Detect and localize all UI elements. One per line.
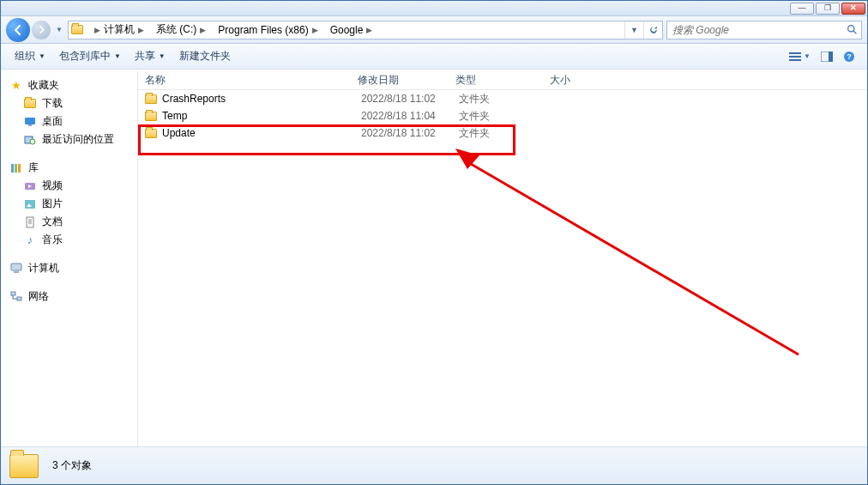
- refresh-icon: [648, 25, 659, 35]
- sidebar-item-pictures[interactable]: 图片: [1, 195, 137, 213]
- folder-icon: [9, 454, 39, 478]
- sidebar-item-music[interactable]: ♪ 音乐: [1, 231, 137, 249]
- folder-icon: [145, 112, 157, 121]
- sidebar-favorites[interactable]: ★ 收藏夹: [1, 76, 137, 94]
- column-header-name[interactable]: 名称: [138, 73, 351, 88]
- toolbar: 组织▼ 包含到库中▼ 共享▼ 新建文件夹 ▼ ?: [1, 44, 867, 70]
- sidebar-network-group: 网络: [1, 288, 137, 306]
- picture-icon: [23, 197, 37, 211]
- explorer-window: — ❐ ✕ ▼ ▶ 计算机 ▶ 系统 (C:) ▶ Program Files …: [0, 0, 868, 485]
- address-bar[interactable]: ▶ 计算机 ▶ 系统 (C:) ▶ Program Files (x86) ▶ …: [68, 21, 663, 39]
- svg-rect-20: [27, 217, 33, 227]
- sidebar-item-videos[interactable]: 视频: [1, 177, 137, 195]
- file-date: 2022/8/18 11:04: [361, 110, 459, 122]
- sidebar-item-downloads[interactable]: 下载: [1, 94, 137, 112]
- video-icon: [23, 179, 37, 193]
- include-in-library-button[interactable]: 包含到库中▼: [52, 44, 128, 69]
- annotation-arrow: [455, 149, 807, 363]
- status-count: 3 个对象: [52, 458, 92, 473]
- view-options-button[interactable]: ▼: [784, 52, 816, 62]
- chevron-down-icon: ▼: [159, 52, 166, 60]
- search-input[interactable]: [667, 21, 842, 39]
- svg-line-30: [471, 164, 799, 355]
- file-date: 2022/8/18 11:02: [361, 93, 459, 105]
- svg-line-1: [853, 31, 856, 33]
- file-type: 文件夹: [459, 126, 553, 141]
- file-date: 2022/8/18 11:02: [361, 127, 459, 139]
- svg-rect-15: [18, 164, 21, 173]
- file-row[interactable]: Temp 2022/8/18 11:04 文件夹: [138, 107, 867, 124]
- desktop-icon: [23, 115, 37, 129]
- chevron-down-icon: ▼: [804, 52, 811, 60]
- sidebar-item-desktop[interactable]: 桌面: [1, 112, 137, 130]
- column-header-size[interactable]: 大小: [543, 73, 629, 88]
- new-folder-button[interactable]: 新建文件夹: [172, 44, 238, 69]
- minimize-button[interactable]: —: [790, 3, 814, 15]
- sidebar-favorites-group: ★ 收藏夹 下载 桌面 最近访问的位置: [1, 76, 137, 149]
- address-dropdown[interactable]: ▼: [624, 21, 643, 39]
- file-type: 文件夹: [459, 109, 553, 124]
- sidebar-computer-group: 计算机: [1, 259, 137, 277]
- svg-rect-27: [17, 297, 21, 300]
- svg-rect-25: [14, 271, 19, 273]
- chevron-right-icon: ▶: [135, 26, 148, 34]
- sidebar-item-recent[interactable]: 最近访问的位置: [1, 130, 137, 149]
- sidebar-computer[interactable]: 计算机: [1, 259, 137, 277]
- file-rows: CrashReports 2022/8/18 11:02 文件夹 Temp 20…: [138, 90, 867, 142]
- organize-button[interactable]: 组织▼: [8, 44, 52, 69]
- column-headers: 名称 修改日期 类型 大小: [138, 71, 867, 90]
- toolbar-label: 组织: [15, 49, 35, 64]
- sidebar-item-documents[interactable]: 文档: [1, 213, 137, 231]
- folder-icon: [145, 129, 157, 138]
- svg-marker-31: [455, 149, 479, 169]
- sidebar-item-label: 文档: [42, 215, 63, 229]
- file-type: 文件夹: [459, 92, 553, 106]
- sidebar-label: 库: [28, 161, 39, 175]
- sidebar-libraries[interactable]: 库: [1, 159, 137, 177]
- svg-rect-26: [11, 292, 15, 295]
- file-name: CrashReports: [162, 93, 361, 105]
- svg-point-12: [30, 139, 35, 144]
- sidebar-item-label: 下载: [42, 96, 63, 111]
- back-button[interactable]: [6, 18, 30, 42]
- search-box[interactable]: [666, 21, 862, 39]
- body: ★ 收藏夹 下载 桌面 最近访问的位置: [1, 71, 867, 446]
- sidebar-item-label: 桌面: [42, 114, 63, 129]
- file-list-area: 名称 修改日期 类型 大小 CrashReports 2022/8/18 11:…: [138, 71, 867, 446]
- sidebar-network[interactable]: 网络: [1, 288, 137, 306]
- chevron-down-icon: ▼: [114, 52, 121, 60]
- svg-point-0: [847, 26, 853, 32]
- refresh-button[interactable]: [643, 21, 662, 39]
- svg-rect-14: [15, 164, 17, 173]
- sidebar-item-label: 最近访问的位置: [42, 132, 114, 147]
- toolbar-label: 共享: [135, 49, 155, 64]
- history-dropdown[interactable]: ▼: [54, 21, 64, 39]
- folder-icon: [23, 97, 37, 111]
- sidebar-item-label: 视频: [42, 179, 63, 193]
- breadcrumb-google[interactable]: Google ▶: [325, 21, 380, 39]
- svg-rect-9: [25, 118, 35, 124]
- forward-button[interactable]: [32, 21, 51, 39]
- help-button[interactable]: ?: [838, 51, 860, 63]
- maximize-button[interactable]: ❐: [816, 3, 840, 15]
- breadcrumb-label: Google: [330, 24, 364, 36]
- file-row[interactable]: CrashReports 2022/8/18 11:02 文件夹: [138, 90, 867, 107]
- breadcrumb-label: 系统 (C:): [156, 22, 196, 37]
- sidebar-item-label: 图片: [42, 197, 63, 211]
- breadcrumb-computer[interactable]: ▶ 计算机 ▶: [86, 21, 151, 39]
- preview-pane-icon: [821, 52, 833, 62]
- chevron-right-icon: ▶: [91, 26, 104, 34]
- breadcrumb-label: 计算机: [104, 22, 135, 37]
- close-button[interactable]: ✕: [841, 3, 865, 15]
- preview-pane-button[interactable]: [816, 52, 838, 62]
- svg-rect-24: [11, 264, 21, 270]
- share-button[interactable]: 共享▼: [128, 44, 172, 69]
- toolbar-label: 新建文件夹: [179, 49, 231, 64]
- breadcrumb-program-files[interactable]: Program Files (x86) ▶: [213, 21, 324, 39]
- folder-icon: [145, 94, 157, 104]
- column-header-type[interactable]: 类型: [449, 73, 543, 88]
- file-row[interactable]: Update 2022/8/18 11:02 文件夹: [138, 124, 867, 142]
- breadcrumb-drive[interactable]: 系统 (C:) ▶: [151, 21, 213, 39]
- column-header-date[interactable]: 修改日期: [351, 73, 449, 88]
- chevron-down-icon: ▼: [39, 52, 45, 60]
